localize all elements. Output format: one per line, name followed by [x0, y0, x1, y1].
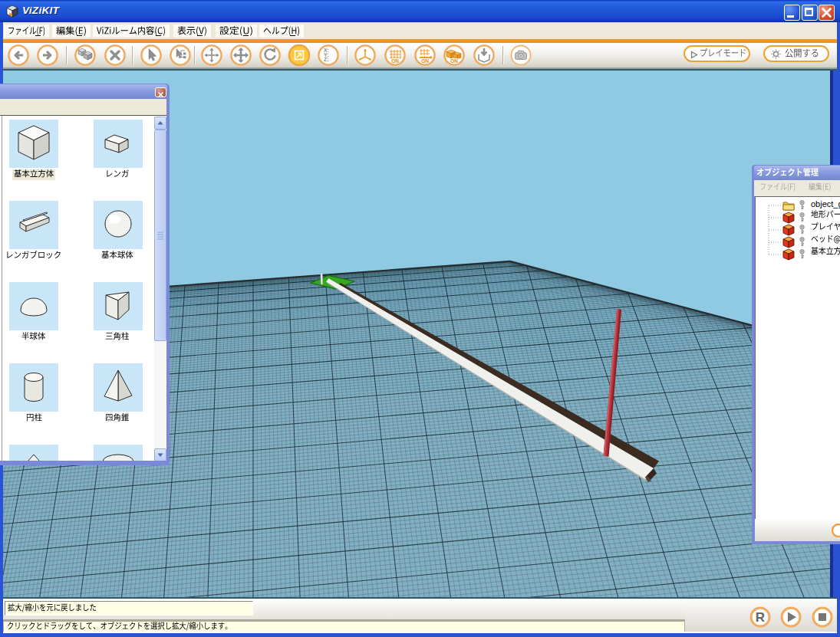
svg-text:ON: ON [391, 58, 399, 64]
svg-text:Z:: Z: [324, 57, 329, 62]
svg-text:ON: ON [421, 58, 429, 64]
svg-text:R: R [756, 610, 765, 625]
svg-text:ON: ON [450, 58, 458, 64]
